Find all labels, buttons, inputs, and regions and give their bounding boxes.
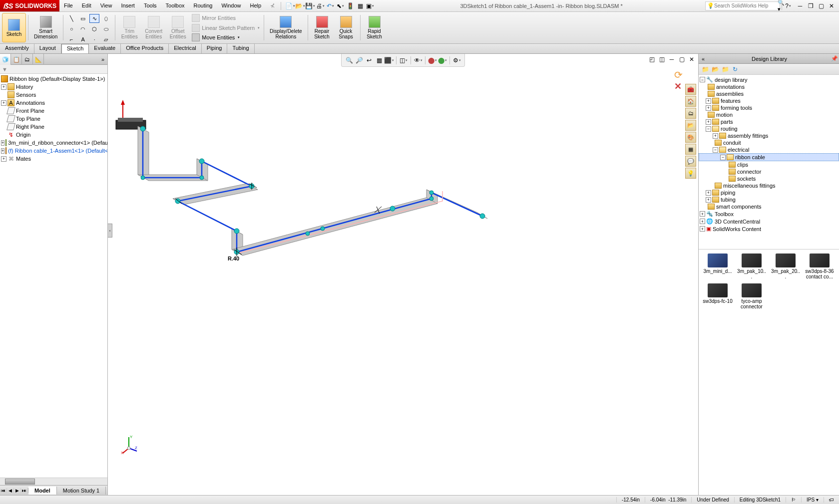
- quick-snaps-button[interactable]: Quick Snaps: [334, 13, 358, 42]
- tab-tubing[interactable]: Tubing: [227, 44, 254, 53]
- tree-annotations[interactable]: +AAnnotations: [0, 99, 107, 107]
- feature-tree-tab-icon[interactable]: 🧊: [0, 54, 11, 65]
- new-document-icon[interactable]: 📄: [286, 1, 295, 10]
- status-tags-icon[interactable]: 🏷: [824, 497, 839, 503]
- arc-tool-icon[interactable]: ◠: [78, 24, 88, 33]
- lib-asm-fittings[interactable]: +assembly fittings: [699, 132, 839, 139]
- menu-insert[interactable]: Insert: [116, 0, 139, 11]
- save-icon[interactable]: 💾: [306, 1, 315, 10]
- thumb-tyco-amp[interactable]: tyco-amp connector: [737, 283, 767, 309]
- lib-assemblies[interactable]: assemblies: [699, 90, 839, 97]
- lib-annotations[interactable]: annotations: [699, 83, 839, 90]
- rectangle-tool-icon[interactable]: ▭: [78, 14, 88, 23]
- minimize-icon[interactable]: ─: [796, 1, 805, 10]
- motion-study-tab[interactable]: Motion Study 1: [57, 487, 106, 495]
- tree-sensors[interactable]: Sensors: [0, 91, 107, 99]
- tab-evaluate[interactable]: Evaluate: [89, 44, 121, 53]
- fillet-tool-icon[interactable]: ⌐: [66, 35, 76, 44]
- tree-origin[interactable]: Origin: [0, 131, 107, 139]
- menu-tools[interactable]: Tools: [139, 0, 161, 11]
- tab-first-icon[interactable]: ⏮: [0, 488, 7, 493]
- close-icon[interactable]: ✕: [827, 1, 836, 10]
- tree-top-plane[interactable]: Top Plane: [0, 115, 107, 123]
- tab-layout[interactable]: Layout: [34, 44, 61, 53]
- tree-component-2[interactable]: +(f) Ribbon cable_1-Assem1<1> (Default<D…: [0, 147, 107, 155]
- select-icon[interactable]: ⬉: [336, 1, 345, 10]
- thumb-sw3dps-fc-10[interactable]: sw3dps-fc-10: [703, 283, 733, 309]
- menu-file[interactable]: File: [59, 0, 77, 11]
- vp-link-icon[interactable]: ◫: [657, 55, 666, 64]
- tree-mates[interactable]: +Mates: [0, 155, 107, 163]
- tab-last-icon[interactable]: ⏭: [21, 488, 28, 493]
- tree-right-plane[interactable]: Right Plane: [0, 123, 107, 131]
- taskpane-appearances-icon[interactable]: 🎨: [685, 132, 696, 143]
- tree-hscroll[interactable]: [0, 478, 107, 485]
- line-tool-icon[interactable]: ╲: [66, 14, 76, 23]
- collapse-chevron-icon[interactable]: »: [98, 54, 107, 64]
- search-input[interactable]: [714, 3, 778, 8]
- taskpane-tips-icon[interactable]: 💡: [685, 168, 696, 179]
- lib-misc-fittings[interactable]: miscellaneous fittings: [699, 182, 839, 189]
- dim-tab-icon[interactable]: 📐: [33, 54, 44, 65]
- spline-tool-icon[interactable]: ∿: [89, 14, 99, 23]
- offset-entities-button[interactable]: Offset Entities: [166, 13, 190, 42]
- lib-clips[interactable]: clips: [699, 161, 839, 168]
- property-tab-icon[interactable]: 📋: [11, 54, 22, 65]
- taskpane-resources-icon[interactable]: 🧰: [685, 84, 696, 95]
- tab-piping[interactable]: Piping: [202, 44, 228, 53]
- tab-electrical[interactable]: Electrical: [169, 44, 202, 53]
- menu-view[interactable]: View: [96, 0, 117, 11]
- vp-minimize-icon[interactable]: ─: [667, 55, 676, 64]
- lib-motion[interactable]: motion: [699, 111, 839, 118]
- thumb-3m-pak-20[interactable]: 3m_pak_20...: [771, 253, 801, 279]
- taskpane-custom-icon[interactable]: ▦: [685, 144, 696, 155]
- circle-tool-icon[interactable]: ○: [66, 24, 76, 33]
- menu-pin-icon[interactable]: ⊀: [266, 0, 279, 11]
- tree-front-plane[interactable]: Front Plane: [0, 107, 107, 115]
- display-relations-button[interactable]: Display/Delete Relations: [266, 13, 305, 42]
- tree-filter-row[interactable]: ▼: [0, 65, 107, 74]
- tab-sketch[interactable]: Sketch: [61, 44, 89, 53]
- point-tool-icon[interactable]: ·: [89, 35, 99, 44]
- add-folder-icon[interactable]: 📂: [711, 65, 720, 74]
- menu-toolbox[interactable]: Toolbox: [161, 0, 189, 11]
- lib-routing[interactable]: −routing: [699, 125, 839, 132]
- lib-features[interactable]: +features: [699, 97, 839, 104]
- taskpane-explorer-icon[interactable]: 🗂: [685, 108, 696, 119]
- tree-root[interactable]: Ribbon blog (Default<Display State-1>): [0, 75, 107, 83]
- collapse-panel-icon[interactable]: «: [699, 56, 708, 62]
- options-icon[interactable]: ▦: [356, 1, 365, 10]
- vp-close-icon[interactable]: ✕: [687, 55, 696, 64]
- tab-office[interactable]: Office Products: [121, 44, 169, 53]
- vp-new-icon[interactable]: ◰: [647, 55, 656, 64]
- open-document-icon[interactable]: 📂: [296, 1, 305, 10]
- lib-piping[interactable]: +piping: [699, 189, 839, 196]
- taskpane-library-icon[interactable]: 🏠: [685, 96, 696, 107]
- search-box[interactable]: 💡 🔍▾: [705, 1, 780, 10]
- config-tab-icon[interactable]: 🗂: [22, 54, 33, 65]
- lib-root[interactable]: −🔧design library: [699, 76, 839, 83]
- lib-sockets[interactable]: sockets: [699, 175, 839, 182]
- thumb-sw3dps-8-36[interactable]: sw3dps-8-36 contact co...: [805, 253, 835, 279]
- vp-restore-icon[interactable]: ▢: [677, 55, 686, 64]
- graphics-viewport[interactable]: 🔍 🔎 ↩ ▦ ⬛ ◫ 👁 ⬤ ⬤ ⚙ ◰ ◫ ─ ▢ ✕ ⟳ ✕ 🧰: [108, 54, 698, 495]
- slot-tool-icon[interactable]: ⬯: [101, 14, 111, 23]
- tab-assembly[interactable]: Assembly: [0, 44, 34, 53]
- trim-entities-button[interactable]: Trim Entities: [117, 13, 141, 42]
- undo-icon[interactable]: ↶: [326, 1, 335, 10]
- menu-routing[interactable]: Routing: [189, 0, 217, 11]
- text-tool-icon[interactable]: A: [78, 35, 88, 44]
- tab-next-icon[interactable]: ▶: [14, 488, 21, 493]
- lib-conduit[interactable]: conduit: [699, 139, 839, 146]
- lib-tubing[interactable]: +tubing: [699, 196, 839, 203]
- ellipse-tool-icon[interactable]: ⬭: [101, 24, 111, 33]
- maximize-icon[interactable]: ▢: [817, 1, 826, 10]
- menu-window[interactable]: Window: [217, 0, 245, 11]
- lib-smart-comp[interactable]: smart components: [699, 203, 839, 210]
- move-entities-button[interactable]: Move Entities▾: [190, 32, 262, 42]
- restore-icon[interactable]: ❐: [806, 1, 815, 10]
- lib-toolbox[interactable]: +🔩Toolbox: [699, 210, 839, 218]
- tree-component-1[interactable]: +3m_mini_d_ribbon_connector<1> (Default<…: [0, 139, 107, 147]
- lib-ribbon-cable[interactable]: −ribbon cable: [699, 153, 839, 161]
- toggle-icon[interactable]: ↻: [731, 65, 740, 74]
